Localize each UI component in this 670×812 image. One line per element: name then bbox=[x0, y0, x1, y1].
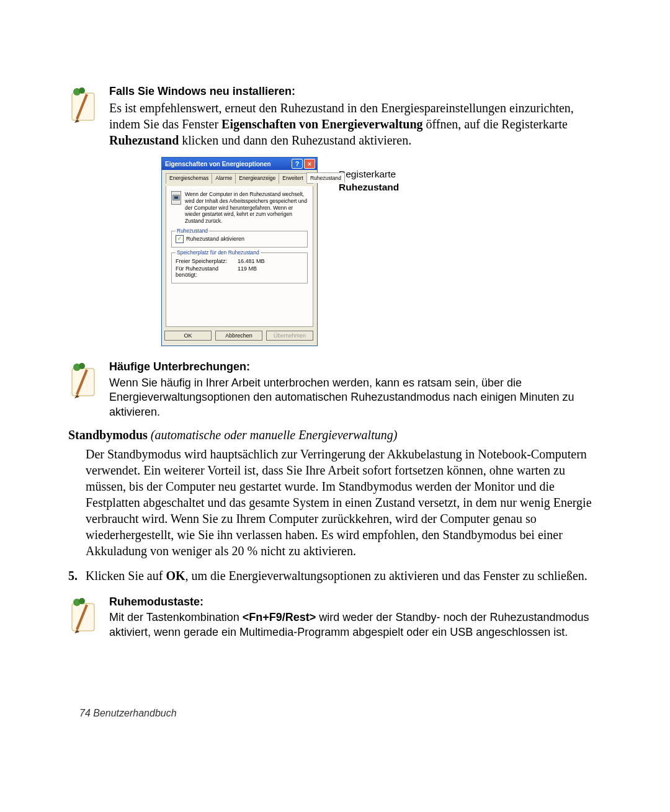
note1-body: Es ist empfehlenswert, erneut den Ruhezu… bbox=[109, 100, 602, 148]
tab-energieschemas[interactable]: Energieschemas bbox=[166, 173, 212, 184]
energy-options-dialog: Eigenschaften von Energieoptionen ? × En… bbox=[161, 157, 318, 346]
tab-energieanzeige[interactable]: Energieanzeige bbox=[235, 173, 279, 184]
note-interruptions: Häufige Unterbrechungen: Wenn Sie häufig… bbox=[68, 360, 602, 419]
note1-title: Falls Sie Windows neu installieren: bbox=[109, 84, 602, 99]
note1-body-bold2: Ruhezustand bbox=[109, 133, 179, 147]
svg-point-14 bbox=[79, 598, 85, 604]
tab-content: Wenn der Computer in den Ruhezustand wec… bbox=[166, 186, 313, 327]
step5-pre: Klicken Sie auf bbox=[86, 569, 166, 582]
note3-pre: Mit der Tastenkombination bbox=[109, 611, 243, 623]
note-text: Falls Sie Windows neu installieren: Es i… bbox=[109, 84, 602, 148]
callout-label: Registerkarte Ruhezustand bbox=[339, 168, 399, 193]
step-text: Klicken Sie auf OK, um die Energieverwal… bbox=[86, 568, 602, 584]
needed-space-value: 119 MB bbox=[238, 265, 257, 278]
note-icon bbox=[68, 362, 99, 402]
tab-erweitert[interactable]: Erweitert bbox=[279, 173, 307, 184]
section-standbymodus: Standbymodus (automatische oder manuelle… bbox=[68, 428, 602, 442]
note-reinstall-windows: Falls Sie Windows neu installieren: Es i… bbox=[68, 84, 602, 148]
note2-title: Häufige Unterbrechungen: bbox=[109, 360, 602, 374]
fieldset-speicherplatz: Speicherplatz für den Ruhezustand Freier… bbox=[171, 252, 308, 283]
tab-alarme[interactable]: Alarme bbox=[212, 173, 236, 184]
checkbox-label: Ruhezustand aktivieren bbox=[186, 236, 244, 242]
apply-button[interactable]: Übernehmen bbox=[266, 331, 313, 341]
dialog-figure: Eigenschaften von Energieoptionen ? × En… bbox=[161, 157, 602, 346]
info-text: Wenn der Computer in den Ruhezustand wec… bbox=[185, 191, 308, 224]
note3-title: Ruhemodustaste: bbox=[109, 595, 602, 609]
note1-body-mid: öffnen, auf die Registerkarte bbox=[423, 117, 568, 131]
callout-line2: Ruhezustand bbox=[339, 181, 399, 194]
dialog-title: Eigenschaften von Energieoptionen bbox=[165, 161, 271, 167]
svg-point-9 bbox=[79, 363, 85, 369]
section-italic: (automatische oder manuelle Energieverwa… bbox=[148, 428, 398, 442]
free-space-value: 16.481 MB bbox=[238, 258, 265, 264]
page-footer: 74 Benutzerhandbuch bbox=[79, 708, 177, 719]
note-icon bbox=[68, 597, 99, 637]
note3-body: Mit der Tastenkombination <Fn+F9/Rest> w… bbox=[109, 610, 602, 640]
step5-post: , um die Energieverwaltungsoptionen zu a… bbox=[185, 569, 587, 582]
needed-space-label: Für Ruhezustand benötigt: bbox=[176, 265, 238, 278]
checkbox-row: ✓ Ruhezustand aktivieren bbox=[176, 235, 303, 243]
note1-body-bold1: Eigenschaften von Energieverwaltung bbox=[221, 117, 422, 131]
cancel-button[interactable]: Abbrechen bbox=[215, 331, 262, 341]
section-bold: Standbymodus bbox=[68, 428, 148, 442]
dialog-titlebar: Eigenschaften von Energieoptionen ? × bbox=[162, 158, 317, 170]
svg-rect-6 bbox=[174, 197, 179, 199]
note3-bold: <Fn+F9/Rest> bbox=[243, 611, 316, 623]
info-row: Wenn der Computer in den Ruhezustand wec… bbox=[171, 191, 308, 224]
note2-body: Wenn Sie häufig in Ihrer Arbeit unterbro… bbox=[109, 376, 602, 419]
page: Falls Sie Windows neu installieren: Es i… bbox=[0, 0, 670, 812]
note1-body-after: klicken und dann den Ruhezustand aktivie… bbox=[179, 133, 411, 147]
free-space-label: Freier Speicherplatz: bbox=[176, 258, 238, 264]
hibernate-icon bbox=[171, 191, 181, 205]
help-button[interactable]: ? bbox=[292, 159, 303, 169]
hibernate-checkbox[interactable]: ✓ bbox=[176, 235, 184, 243]
dialog-footer: OK Abbrechen Übernehmen bbox=[166, 327, 313, 341]
tabs-row: Energieschemas Alarme Energieanzeige Erw… bbox=[166, 172, 313, 184]
close-button[interactable]: × bbox=[304, 159, 315, 169]
ok-button[interactable]: OK bbox=[164, 331, 212, 341]
svg-point-2 bbox=[79, 87, 85, 94]
standby-paragraph: Der Standbymodus wird hauptsächlich zur … bbox=[86, 446, 602, 559]
note2-text: Häufige Unterbrechungen: Wenn Sie häufig… bbox=[109, 360, 602, 419]
note3-text: Ruhemodustaste: Mit der Tastenkombinatio… bbox=[109, 595, 602, 640]
legend-ruhezustand: Ruhezustand bbox=[176, 228, 209, 234]
note-ruhemodustaste: Ruhemodustaste: Mit der Tastenkombinatio… bbox=[68, 595, 602, 640]
row-needed-space: Für Ruhezustand benötigt: 119 MB bbox=[176, 265, 303, 278]
row-free-space: Freier Speicherplatz: 16.481 MB bbox=[176, 258, 303, 264]
tab-ruhezustand[interactable]: Ruhezustand bbox=[306, 172, 345, 183]
legend-speicherplatz: Speicherplatz für den Ruhezustand bbox=[176, 249, 261, 256]
dialog-body: Energieschemas Alarme Energieanzeige Erw… bbox=[162, 170, 317, 346]
step-5: 5. Klicken Sie auf OK, um die Energiever… bbox=[68, 568, 602, 584]
note-icon bbox=[68, 87, 99, 127]
fieldset-ruhezustand: Ruhezustand ✓ Ruhezustand aktivieren bbox=[171, 231, 308, 248]
step-number: 5. bbox=[68, 568, 86, 584]
callout-line1: Registerkarte bbox=[339, 168, 399, 181]
step5-bold: OK bbox=[166, 569, 185, 582]
